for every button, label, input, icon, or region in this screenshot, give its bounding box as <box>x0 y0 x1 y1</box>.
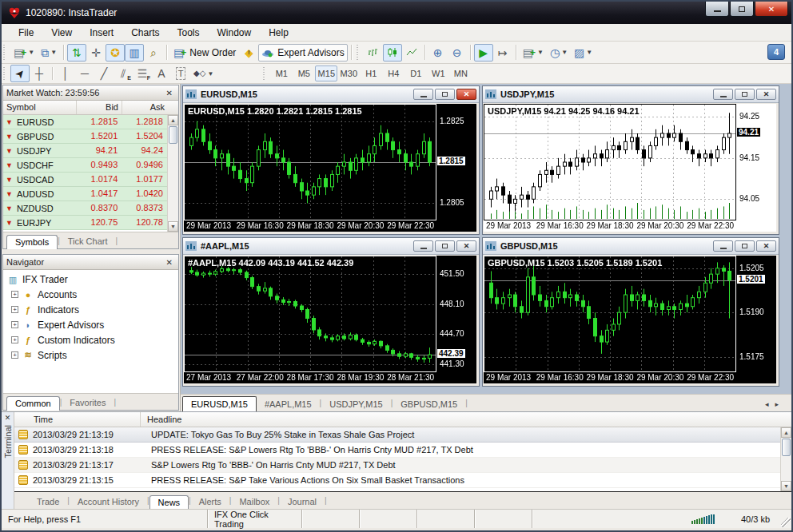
menu-charts[interactable]: Charts <box>122 25 168 41</box>
expand-icon[interactable]: + <box>11 306 18 313</box>
chart-minimize-button[interactable] <box>413 240 433 252</box>
periods-button[interactable]: ◷▼ <box>547 44 571 62</box>
news-row[interactable]: 2013/03/29 21:13:17S&P Lowers Rtg To 'BB… <box>14 458 780 473</box>
expand-icon[interactable]: + <box>11 351 18 359</box>
chart-canvas[interactable] <box>184 104 476 232</box>
toolbar-grip[interactable] <box>3 67 7 81</box>
tab-symbols[interactable]: Symbols <box>6 235 58 249</box>
timeframe-d1[interactable]: D1 <box>404 66 427 81</box>
scroll-thumb[interactable] <box>782 439 791 456</box>
close-button[interactable]: ✕ <box>755 2 788 17</box>
market-watch-row[interactable]: ▼EURUSD1.28151.2818 <box>3 115 167 129</box>
scroll-down-icon[interactable]: ▼ <box>168 221 178 232</box>
terminal-toggle[interactable]: ▥ <box>125 44 144 62</box>
menu-tools[interactable]: Tools <box>169 25 209 41</box>
cursor-button[interactable]: ➤ <box>10 65 30 82</box>
terminal-scrollbar[interactable]: ▲ ▼ <box>780 427 791 491</box>
chart-close-button[interactable]: ✕ <box>456 89 476 100</box>
metaeditor-alert-button[interactable]: ◆! <box>239 44 258 62</box>
chart-canvas[interactable] <box>184 256 476 383</box>
terminal-close-icon[interactable]: ✕ <box>5 414 11 422</box>
menu-view[interactable]: View <box>42 25 81 41</box>
column-symbol[interactable]: Symbol <box>3 101 77 114</box>
channel-button[interactable]: ⫽E <box>114 65 133 82</box>
chart-window-eurusd[interactable]: EURUSD,M15✕EURUSD,M15 1.2820 1.2821 1.28… <box>182 85 480 235</box>
navigator-item-scripts[interactable]: +≋Scripts <box>11 347 178 363</box>
trendline-button[interactable]: ╱ <box>94 65 114 82</box>
chart-tab-eurusd-m15[interactable]: EURUSD,M15 <box>182 396 257 411</box>
zoom-out-button[interactable]: ⊖ <box>448 44 467 62</box>
terminal-tab-mailbox[interactable]: Mailbox <box>231 495 277 509</box>
terminal-tab-trade[interactable]: Trade <box>29 495 67 509</box>
chart-plot-area[interactable]: #AAPL,M15 442.09 443.19 441.52 442.39451… <box>184 256 478 385</box>
crosshair-button[interactable]: ┼ <box>30 65 49 82</box>
market-watch-scrollbar[interactable]: ▲ ▼ <box>167 115 178 232</box>
indicators-button[interactable]: ▤+▼ <box>520 44 547 62</box>
market-watch-row[interactable]: ▼AUDUSD1.04171.0420 <box>3 187 167 201</box>
navigator-item-accounts[interactable]: +●Accounts <box>11 287 178 302</box>
data-window-button[interactable]: ✛ <box>86 44 106 62</box>
chart-minimize-button[interactable] <box>713 89 733 100</box>
templates-button[interactable]: ▨▼ <box>571 44 596 62</box>
chart-tab--aapl-m15[interactable]: #AAPL,M15 <box>257 397 320 411</box>
column-time[interactable]: Time <box>14 412 141 427</box>
market-watch-row[interactable]: ▼GBPUSD1.52011.5204 <box>3 129 167 144</box>
timeframe-m30[interactable]: M30 <box>337 66 360 81</box>
toolbar-grip[interactable] <box>3 45 7 60</box>
chart-close-button[interactable]: ✕ <box>756 89 776 100</box>
toolbar-grip[interactable] <box>263 67 267 81</box>
vertical-line-button[interactable]: │ <box>56 65 75 82</box>
chart-shift-button[interactable]: ↦ <box>493 44 512 62</box>
zoom-in-button[interactable]: ⊕ <box>428 44 448 62</box>
market-watch-header[interactable]: Market Watch: 23:59:56 ✕ <box>3 85 178 101</box>
notifications-button[interactable]: 4 <box>767 44 785 60</box>
terminal-tab-alerts[interactable]: Alerts <box>191 495 229 509</box>
bar-chart-button[interactable] <box>364 44 383 62</box>
timeframe-m15[interactable]: M15 <box>315 66 337 81</box>
chart-minimize-button[interactable] <box>713 240 733 252</box>
scroll-up-icon[interactable]: ▲ <box>781 427 791 438</box>
column-headline[interactable]: Headline <box>141 412 791 427</box>
market-watch-close-icon[interactable]: ✕ <box>164 89 175 97</box>
expand-icon[interactable]: + <box>11 321 18 328</box>
navigator-root[interactable]: ▥IFX Trader <box>6 272 178 287</box>
chart-restore-button[interactable] <box>435 89 455 100</box>
chart-window-titlebar[interactable]: GBPUSD,M15✕ <box>483 238 779 255</box>
timeframe-mn[interactable]: MN <box>449 66 472 81</box>
profiles-button[interactable]: ⧉▼ <box>38 44 60 62</box>
menu-window[interactable]: Window <box>209 25 261 41</box>
navigator-item-indicators[interactable]: +ƒIndicators <box>11 302 178 317</box>
tab-scroll-arrows[interactable]: ◂▸ <box>765 400 785 408</box>
timeframe-m5[interactable]: M5 <box>293 66 315 81</box>
chart-window-titlebar[interactable]: #AAPL,M15✕ <box>183 238 479 255</box>
chart-tab-usdjpy-m15[interactable]: USDJPY,M15 <box>321 397 390 411</box>
terminal-tab-journal[interactable]: Journal <box>280 495 325 509</box>
market-watch-row[interactable]: ▼USDCAD1.01741.0177 <box>3 173 167 187</box>
news-row[interactable]: 2013/03/29 21:13:18PRESS RELEASE: S&P Lo… <box>14 443 780 458</box>
chart-tab-gbpusd-m15[interactable]: GBPUSD,M15 <box>393 397 465 411</box>
text-button[interactable]: A <box>152 65 171 82</box>
menu-insert[interactable]: Insert <box>81 25 122 41</box>
strategy-tester-button[interactable]: ⌕ <box>144 44 163 62</box>
menu-help[interactable]: Help <box>260 25 297 41</box>
chart-window-aapl[interactable]: #AAPL,M15✕#AAPL,M15 442.09 443.19 441.52… <box>182 237 480 387</box>
market-watch-toggle[interactable]: ⇅ <box>67 44 86 62</box>
timeframe-h4[interactable]: H4 <box>382 66 404 81</box>
chart-close-button[interactable]: ✕ <box>756 240 776 252</box>
line-chart-button[interactable] <box>402 44 421 62</box>
scroll-up-icon[interactable]: ▲ <box>168 115 178 125</box>
arrows-button[interactable]: ◆◇▼ <box>190 65 217 82</box>
text-label-button[interactable]: T <box>171 65 190 82</box>
chart-plot-area[interactable]: EURUSD,M15 1.2820 1.2821 1.2815 1.28151.… <box>184 104 478 233</box>
terminal-tab-news[interactable]: News <box>149 495 189 509</box>
expert-advisors-button[interactable]: Expert Advisors <box>258 44 347 62</box>
chart-window-titlebar[interactable]: USDJPY,M15✕ <box>483 86 779 103</box>
one-click-trading-status[interactable]: IFX One Click Trading <box>208 510 302 528</box>
navigator-item-expert-advisors[interactable]: +◗Expert Advisors <box>11 317 178 332</box>
chart-minimize-button[interactable] <box>413 89 433 100</box>
navigator-item-custom-indicators[interactable]: +ƒCustom Indicators <box>11 332 178 347</box>
chart-window-usdjpy[interactable]: USDJPY,M15✕USDJPY,M15 94.21 94.25 94.16 … <box>482 85 779 235</box>
expand-icon[interactable]: + <box>11 291 18 298</box>
chart-window-gbpusd[interactable]: GBPUSD,M15✕GBPUSD,M15 1.5203 1.5205 1.51… <box>482 237 779 387</box>
tab-tick-chart[interactable]: Tick Chart <box>60 235 116 248</box>
